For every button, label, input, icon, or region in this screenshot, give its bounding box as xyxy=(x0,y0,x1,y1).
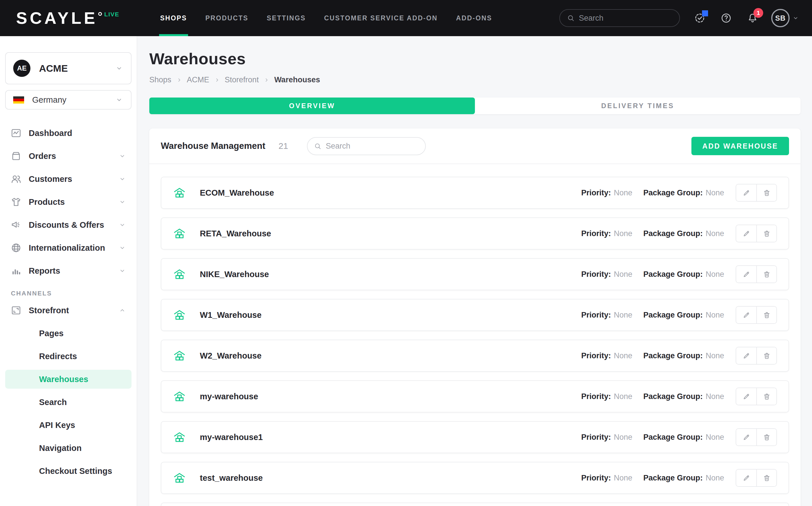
warehouse-icon xyxy=(173,227,186,240)
status-check-button[interactable] xyxy=(693,11,706,25)
nav-item-products[interactable]: PRODUCTS xyxy=(196,0,258,36)
edit-warehouse-button[interactable] xyxy=(736,184,756,201)
warehouse-row-my-warehouse1[interactable]: my-warehouse1 Priority:None Package Grou… xyxy=(161,421,789,453)
topbar-right: 1 SB xyxy=(559,9,799,27)
chevron-down-icon xyxy=(792,14,799,22)
sidebar-menu: Dashboard Orders Customers Products Disc… xyxy=(0,121,137,282)
main-nav: SHOPSPRODUCTSSETTINGSCUSTOMER SERVICE AD… xyxy=(151,0,501,36)
account-menu[interactable]: SB xyxy=(771,9,799,27)
warehouse-name: test_warehouse xyxy=(200,473,263,483)
chevron-down-icon xyxy=(118,152,126,160)
breadcrumb-item-storefront[interactable]: Storefront xyxy=(225,75,259,84)
global-search-input[interactable] xyxy=(579,14,672,23)
warehouse-icon xyxy=(173,186,186,199)
nav-item-label: PRODUCTS xyxy=(205,14,248,22)
help-icon xyxy=(720,12,732,24)
package-group-meta: Package Group:None xyxy=(643,392,724,401)
sidebar-item-label: Discounts & Offers xyxy=(29,220,104,230)
package-group-meta: Package Group:None xyxy=(643,474,724,483)
help-button[interactable] xyxy=(720,11,733,25)
delete-warehouse-button[interactable] xyxy=(756,307,776,323)
row-actions xyxy=(736,469,777,487)
warehouse-panel: Warehouse Management 21 ADD WAREHOUSE EC… xyxy=(149,129,801,506)
sidebar-subitem-pages[interactable]: Pages xyxy=(0,322,137,345)
package-group-meta: Package Group:None xyxy=(643,270,724,279)
notifications-button[interactable]: 1 xyxy=(746,11,759,25)
nav-item-shops[interactable]: SHOPS xyxy=(151,0,196,36)
nav-item-settings[interactable]: SETTINGS xyxy=(258,0,315,36)
sidebar-item-dashboard[interactable]: Dashboard xyxy=(0,121,137,145)
tab-overview[interactable]: OVERVIEW xyxy=(149,97,475,114)
warehouse-row-test-warehouse[interactable]: test_warehouse Priority:None Package Gro… xyxy=(161,462,789,494)
orders-icon xyxy=(10,150,22,162)
nav-item-customer-service-add-on[interactable]: CUSTOMER SERVICE ADD-ON xyxy=(315,0,447,36)
package-group-meta: Package Group:None xyxy=(643,433,724,442)
chevron-right-icon xyxy=(214,77,220,83)
sidebar-subitem-search[interactable]: Search xyxy=(0,391,137,414)
sidebar-item-internationalization[interactable]: Internationalization xyxy=(0,236,137,259)
sidebar-item-discounts-offers[interactable]: Discounts & Offers xyxy=(0,214,137,236)
add-warehouse-button[interactable]: ADD WAREHOUSE xyxy=(691,137,789,155)
avatar: SB xyxy=(771,9,790,27)
warehouse-row-reta-warehouse[interactable]: RETA_Warehouse Priority:None Package Gro… xyxy=(161,218,789,250)
priority-meta: Priority:None xyxy=(581,270,632,279)
sidebar-item-products[interactable]: Products xyxy=(0,190,137,214)
delete-warehouse-button[interactable] xyxy=(756,266,776,282)
edit-warehouse-button[interactable] xyxy=(736,388,756,405)
warehouse-row-nike-warehouse[interactable]: NIKE_Warehouse Priority:None Package Gro… xyxy=(161,258,789,290)
delete-warehouse-button[interactable] xyxy=(756,470,776,486)
pencil-icon xyxy=(743,311,750,319)
sidebar-item-orders[interactable]: Orders xyxy=(0,145,137,168)
warehouse-name: ECOM_Warehouse xyxy=(200,188,274,198)
pencil-icon xyxy=(743,433,750,441)
delete-warehouse-button[interactable] xyxy=(756,184,776,201)
breadcrumb-item-acme[interactable]: ACME xyxy=(187,75,209,84)
logo-ring-icon xyxy=(98,12,102,16)
warehouse-icon xyxy=(173,308,186,322)
chevron-down-icon xyxy=(118,198,126,206)
germany-flag-icon xyxy=(13,96,24,103)
live-badge: LIVE xyxy=(104,11,120,18)
edit-warehouse-button[interactable] xyxy=(736,347,756,364)
breadcrumb-item-warehouses: Warehouses xyxy=(274,75,320,84)
country-selector[interactable]: Germany xyxy=(5,90,132,109)
warehouse-row-w2-warehouse[interactable]: W2_Warehouse Priority:None Package Group… xyxy=(161,340,789,372)
edit-warehouse-button[interactable] xyxy=(736,429,756,445)
delete-warehouse-button[interactable] xyxy=(756,429,776,445)
shop-selector[interactable]: AE ACME xyxy=(5,52,132,84)
scayle-logo[interactable]: SCAYLE LIVE xyxy=(16,0,120,36)
breadcrumb: ShopsACMEStorefrontWarehouses xyxy=(149,75,801,84)
nav-item-label: CUSTOMER SERVICE ADD-ON xyxy=(324,14,437,22)
warehouse-name: W2_Warehouse xyxy=(200,351,262,360)
products-icon xyxy=(10,196,22,208)
sidebar-subitem-navigation[interactable]: Navigation xyxy=(0,437,137,459)
warehouse-row-ecom-warehouse[interactable]: ECOM_Warehouse Priority:None Package Gro… xyxy=(161,177,789,209)
edit-warehouse-button[interactable] xyxy=(736,225,756,242)
warehouse-search-input[interactable] xyxy=(326,142,419,151)
sidebar-item-storefront[interactable]: Storefront xyxy=(0,299,137,322)
edit-warehouse-button[interactable] xyxy=(736,266,756,282)
warehouse-row-w1-warehouse[interactable]: W1_Warehouse Priority:None Package Group… xyxy=(161,299,789,331)
sidebar-subitem-checkout-settings[interactable]: Checkout Settings xyxy=(0,459,137,483)
priority-meta: Priority:None xyxy=(581,433,632,442)
sidebar-item-reports[interactable]: Reports xyxy=(0,259,137,282)
row-actions xyxy=(736,184,777,202)
delete-warehouse-button[interactable] xyxy=(756,225,776,242)
chevron-down-icon xyxy=(118,221,126,229)
delete-warehouse-button[interactable] xyxy=(756,347,776,364)
warehouse-row-my-warehouse[interactable]: my-warehouse Priority:None Package Group… xyxy=(161,381,789,413)
trash-icon xyxy=(763,311,771,319)
row-actions xyxy=(736,265,777,283)
nav-item-add-ons[interactable]: ADD-ONS xyxy=(447,0,501,36)
sidebar-subitem-warehouses[interactable]: Warehouses xyxy=(5,370,132,389)
sidebar-subitem-redirects[interactable]: Redirects xyxy=(0,345,137,368)
sidebar-subitem-api-keys[interactable]: API Keys xyxy=(0,414,137,437)
chevron-right-icon xyxy=(176,77,182,83)
sidebar-item-customers[interactable]: Customers xyxy=(0,168,137,190)
edit-warehouse-button[interactable] xyxy=(736,470,756,486)
row-actions xyxy=(736,347,777,364)
delete-warehouse-button[interactable] xyxy=(756,388,776,405)
edit-warehouse-button[interactable] xyxy=(736,307,756,323)
breadcrumb-item-shops[interactable]: Shops xyxy=(149,75,172,84)
tab-delivery-times[interactable]: DELIVERY TIMES xyxy=(475,97,801,114)
